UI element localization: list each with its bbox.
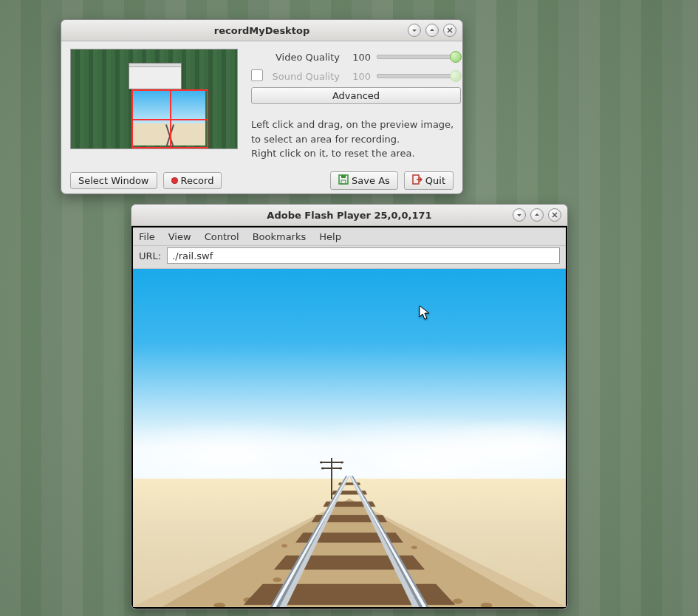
maximize-button[interactable] — [425, 24, 439, 37]
menu-control[interactable]: Control — [205, 231, 239, 242]
quit-icon — [412, 174, 422, 187]
menu-bar: File View Control Bookmarks Help — [133, 227, 566, 246]
close-button[interactable] — [548, 208, 561, 222]
flash-player-window: Adobe Flash Player 25,0,0,171 File View … — [131, 204, 568, 609]
sound-quality-slider[interactable] — [377, 74, 461, 78]
save-as-button[interactable]: Save As — [330, 171, 398, 190]
svg-point-8 — [341, 461, 343, 463]
minimize-button[interactable] — [513, 208, 526, 222]
record-button[interactable]: Record — [163, 172, 222, 189]
menu-bookmarks[interactable]: Bookmarks — [253, 231, 307, 242]
svg-point-10 — [339, 467, 341, 469]
sound-quality-label: Sound Quality — [266, 71, 340, 82]
quit-button[interactable]: Quit — [404, 171, 454, 190]
sound-quality-value: 100 — [346, 71, 371, 82]
scene-rails — [133, 472, 566, 607]
menu-view[interactable]: View — [168, 231, 191, 242]
sound-quality-row: Sound Quality 100 — [251, 68, 461, 84]
menu-help[interactable]: Help — [319, 231, 341, 242]
titlebar[interactable]: Adobe Flash Player 25,0,0,171 — [131, 205, 567, 226]
recordmydesktop-window: recordMyDesktop — [61, 19, 463, 194]
maximize-button[interactable] — [530, 208, 544, 222]
menu-file[interactable]: File — [139, 231, 155, 242]
video-quality-slider[interactable] — [377, 55, 461, 59]
select-window-button[interactable]: Select Window — [70, 172, 157, 189]
svg-rect-1 — [341, 175, 346, 178]
url-label: URL: — [139, 250, 161, 261]
sound-enable-checkbox[interactable] — [251, 69, 263, 81]
titlebar[interactable]: recordMyDesktop — [61, 20, 462, 41]
window-title: Adobe Flash Player 25,0,0,171 — [131, 210, 567, 221]
svg-point-7 — [320, 461, 322, 463]
svg-point-9 — [321, 467, 324, 469]
video-quality-row: Video Quality 100 — [251, 49, 461, 65]
video-quality-value: 100 — [346, 52, 371, 63]
hint-text: Left click and drag, on the preview imag… — [251, 117, 461, 161]
close-button[interactable] — [443, 24, 456, 37]
preview-thumbnail[interactable] — [70, 49, 238, 149]
flash-stage[interactable] — [133, 269, 566, 607]
minimize-button[interactable] — [408, 24, 421, 37]
url-input[interactable] — [167, 247, 560, 264]
url-bar: URL: — [133, 246, 566, 269]
record-icon — [171, 177, 178, 184]
window-title: recordMyDesktop — [61, 25, 462, 36]
save-icon — [338, 174, 349, 187]
video-quality-label: Video Quality — [266, 52, 340, 63]
advanced-button[interactable]: Advanced — [251, 87, 461, 104]
